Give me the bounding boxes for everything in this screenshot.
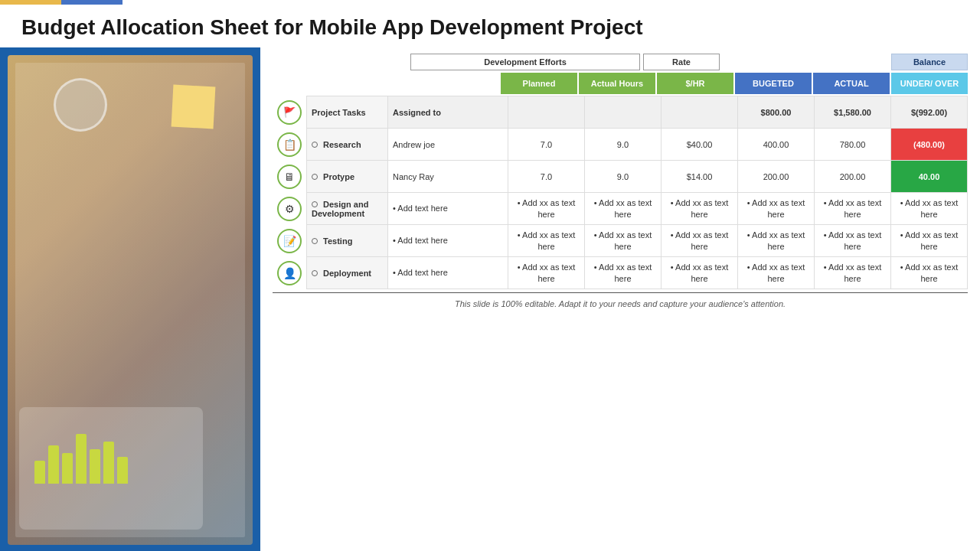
under-over-label: UNDER/ OVER [900,79,959,88]
research-planned: 7.0 [508,129,585,161]
task-col-spacer [306,73,387,94]
summary-budgeted: $800.00 [738,96,815,129]
summary-assigned-label: Assigned to [393,108,441,117]
deployment-balance-text: Add xx as text here [905,262,958,282]
design-dev-budgeted[interactable]: • Add xx as text here [738,193,815,225]
chart-bar-4 [76,434,87,484]
deployment-icon-cell: 👤 [273,257,307,289]
prototype-planned: 7.0 [508,161,585,193]
testing-rate[interactable]: • Add xx as text here [662,225,738,257]
design-dev-assigned-text: Add text here [397,204,447,213]
under-over-header: UNDER/ OVER [891,73,968,94]
prototype-task-cell: Protype [307,161,388,193]
summary-actual: $1,580.00 [815,96,891,129]
research-actual-hours: 9.0 [585,129,662,161]
deployment-task-cell: Deployment [307,257,388,289]
research-assigned: Andrew joe [388,129,508,161]
testing-row: 📝 Testing • Add text here • Add xx as te… [273,225,968,257]
table-container: Development Efforts Rate Balance Planned [273,54,968,308]
prototype-actual-hours: 9.0 [585,161,662,193]
footer-note: This slide is 100% editable. Adapt it to… [273,299,968,308]
design-dev-rate-text: Add xx as text here [675,198,728,218]
design-dev-icon: ⚙ [277,197,302,221]
prototype-actual: 200.00 [815,161,891,193]
design-dev-assigned[interactable]: • Add text here [388,193,508,225]
design-dev-actual[interactable]: • Add xx as text here [815,193,891,225]
actual-header: ACTUAL [813,73,890,94]
content-area: Development Efforts Rate Balance Planned [0,47,980,551]
prototype-task-label: Protype [323,172,354,181]
summary-icon-cell: 🚩 [273,96,307,129]
icon-col-spacer [273,73,306,94]
glass-circle [54,78,107,132]
testing-budgeted-text: Add xx as text here [752,230,805,250]
summary-icon: 🚩 [277,100,302,125]
deployment-planned[interactable]: • Add xx as text here [508,257,585,289]
data-table: 🚩 Project Tasks Assigned to $800.00 $1,5… [273,96,968,289]
deployment-planned-text: Add xx as text here [522,262,575,282]
spacer [723,54,888,70]
deployment-budgeted[interactable]: • Add xx as text here [738,257,815,289]
prototype-assigned: Nancy Ray [388,161,508,193]
actual-hours-header: Actual Hours [579,73,655,94]
testing-actual[interactable]: • Add xx as text here [815,225,891,257]
testing-actual-hours[interactable]: • Add xx as text here [585,225,662,257]
deployment-row: 👤 Deployment • Add text here • Add xx as… [273,257,968,289]
testing-balance-text: Add xx as text here [905,230,958,250]
design-dev-balance-text: Add xx as text here [905,198,958,218]
research-icon: 📋 [277,132,302,157]
prototype-icon-cell: 🖥 [273,161,307,193]
research-task-label: Research [323,140,361,149]
deployment-rate[interactable]: • Add xx as text here [662,257,738,289]
testing-balance[interactable]: • Add xx as text here [891,225,968,257]
design-dev-budgeted-text: Add xx as text here [752,198,805,218]
design-dev-rate[interactable]: • Add xx as text here [662,193,738,225]
planned-header: Planned [501,73,577,94]
summary-task-label: Project Tasks [312,108,366,117]
deployment-assigned-text: Add text here [397,268,447,277]
top-bar-blue [61,0,122,5]
actual-hours-label: Actual Hours [591,79,643,88]
research-balance: (480.00) [891,129,968,161]
deployment-balance[interactable]: • Add xx as text here [891,257,968,289]
deployment-icon: 👤 [277,261,302,285]
chart-bar-2 [48,445,59,484]
mock-device [19,407,203,530]
deployment-actual[interactable]: • Add xx as text here [815,257,891,289]
rate-hr-label: $/HR [685,79,704,88]
design-dev-task-cell: Design and Development [307,193,388,225]
rate-header: Rate [643,54,720,70]
balance-label: Balance [913,57,946,67]
prototype-balance: 40.00 [891,161,968,193]
testing-bullet [312,238,318,244]
chart-bar-3 [62,453,73,484]
research-budgeted: 400.00 [738,129,815,161]
design-dev-balance[interactable]: • Add xx as text here [891,193,968,225]
deployment-actual-hours-text: Add xx as text here [599,262,652,282]
summary-assigned-cell: Assigned to [388,96,508,129]
deployment-actual-hours[interactable]: • Add xx as text here [585,257,662,289]
testing-rate-text: Add xx as text here [675,230,728,250]
sticky-note [172,85,216,129]
testing-budgeted[interactable]: • Add xx as text here [738,225,815,257]
design-dev-planned-text: Add xx as text here [522,198,575,218]
assigned-col-spacer [387,73,501,94]
testing-assigned[interactable]: • Add text here [388,225,508,257]
testing-planned[interactable]: • Add xx as text here [508,225,585,257]
design-dev-actual-hours[interactable]: • Add xx as text here [585,193,662,225]
testing-task-cell: Testing [307,225,388,257]
summary-balance: $(992.00) [891,96,968,129]
actual-label: ACTUAL [834,79,868,88]
summary-actual-hours [585,96,662,129]
chart-bar-7 [117,457,128,484]
dev-efforts-label: Development Efforts [484,57,567,67]
design-dev-actual-text: Add xx as text here [828,198,881,218]
prototype-row: 🖥 Protype Nancy Ray 7.0 9.0 $14.00 200.0… [273,161,968,193]
deployment-assigned[interactable]: • Add text here [388,257,508,289]
chart-bar-6 [103,442,114,484]
design-dev-planned[interactable]: • Add xx as text here [508,193,585,225]
prototype-icon: 🖥 [277,165,302,189]
deployment-actual-text: Add xx as text here [828,262,881,282]
rate-label: Rate [672,57,691,67]
design-dev-row: ⚙ Design and Development • Add text here… [273,193,968,225]
